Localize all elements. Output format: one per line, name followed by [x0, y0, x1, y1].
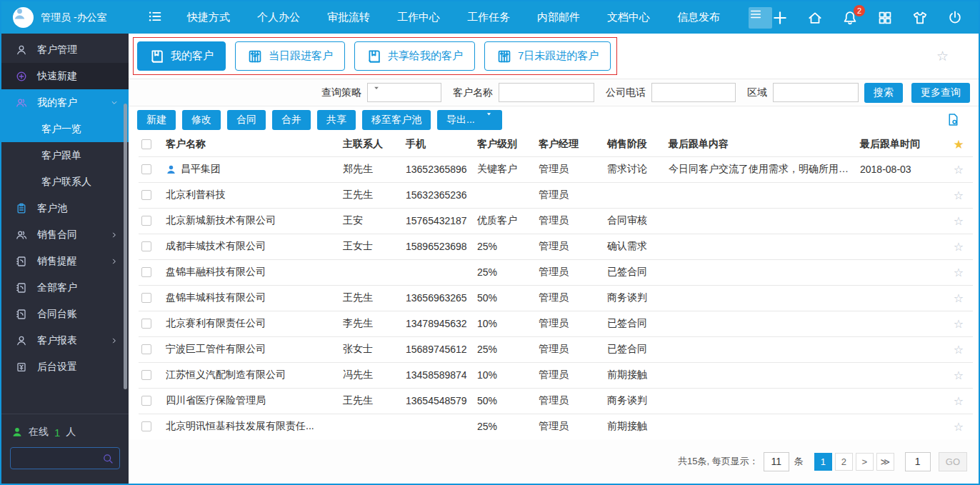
- row-checkbox[interactable]: [141, 421, 151, 431]
- row-star-icon[interactable]: ☆: [954, 369, 964, 381]
- customer-name-input[interactable]: [499, 83, 594, 102]
- notification-bell-icon[interactable]: 2: [842, 10, 858, 26]
- row-checkbox[interactable]: [141, 293, 151, 303]
- nav-item[interactable]: 个人办公: [257, 11, 300, 24]
- row-star-icon[interactable]: ☆: [954, 292, 964, 304]
- sidebar-item[interactable]: 销售提醒: [1, 248, 129, 274]
- apps-grid-icon[interactable]: [877, 10, 893, 26]
- table-header-row: 客户名称主联系人手机客户级别客户经理销售阶段最后跟单内容最后跟单时间★: [139, 133, 973, 156]
- row-checkbox[interactable]: [141, 164, 151, 174]
- header-star-icon[interactable]: ★: [953, 138, 964, 151]
- goto-page-input[interactable]: [905, 452, 931, 471]
- sidebar-item[interactable]: 全部客户: [1, 274, 129, 301]
- customer-name[interactable]: 北京利普科技: [166, 189, 226, 201]
- page-size-input[interactable]: [764, 452, 789, 471]
- row-checkbox[interactable]: [141, 241, 151, 251]
- logout-power-icon[interactable]: [947, 10, 963, 26]
- search-icon[interactable]: [102, 453, 114, 464]
- action-button[interactable]: 新建: [137, 110, 176, 130]
- add-icon[interactable]: [772, 10, 788, 26]
- row-checkbox[interactable]: [141, 190, 151, 200]
- sidebar-item[interactable]: 客户管理: [1, 36, 129, 63]
- region-input[interactable]: [773, 83, 859, 102]
- select-all-checkbox[interactable]: [141, 139, 151, 149]
- customer-name[interactable]: 宁波巨工管件有限公司: [166, 343, 266, 356]
- customer-name[interactable]: 盘锦丰融科技有限公司: [166, 266, 266, 279]
- company-phone-input[interactable]: [651, 83, 736, 102]
- customer-name[interactable]: 成都丰城技术有限公司: [166, 240, 266, 253]
- strategy-select[interactable]: [367, 83, 441, 102]
- nav-item[interactable]: 审批流转: [327, 11, 370, 24]
- action-button[interactable]: 合并: [272, 110, 311, 130]
- export-button[interactable]: 导出...: [437, 110, 502, 130]
- sidebar-item[interactable]: 后台设置: [1, 354, 129, 380]
- sidebar-item[interactable]: 客户池: [1, 195, 129, 221]
- home-icon[interactable]: [807, 10, 823, 26]
- row-checkbox[interactable]: [141, 216, 151, 226]
- row-checkbox[interactable]: [141, 319, 151, 329]
- nav-item[interactable]: 文档中心: [607, 11, 650, 24]
- page-button[interactable]: 1: [814, 453, 832, 471]
- sidebar-item[interactable]: 客户联系人: [1, 169, 129, 195]
- page-button[interactable]: ≫: [876, 453, 894, 471]
- nav-item[interactable]: 快捷方式: [187, 11, 230, 24]
- sidebar-item[interactable]: 快速新建: [1, 63, 129, 89]
- row-star-icon[interactable]: ☆: [954, 241, 964, 253]
- go-button[interactable]: GO: [939, 452, 967, 471]
- customer-name[interactable]: 北京新城新技术有限公司: [166, 214, 276, 227]
- avatar: [13, 7, 34, 28]
- row-checkbox[interactable]: [141, 267, 151, 277]
- abacus-icon: [496, 49, 512, 64]
- row-checkbox[interactable]: [141, 396, 151, 406]
- row-star-icon[interactable]: ☆: [954, 421, 964, 433]
- customer-name[interactable]: 江苏恒义汽配制造有限公司: [166, 369, 286, 381]
- table-row: 北京新城新技术有限公司王安15765432187优质客户管理员合同审核☆: [139, 208, 973, 234]
- tab-button[interactable]: 当日跟进客户: [235, 41, 345, 71]
- action-button[interactable]: 合同: [227, 110, 266, 130]
- sidebar-search-input[interactable]: [16, 453, 102, 464]
- row-star-icon[interactable]: ☆: [954, 318, 964, 330]
- more-search-button[interactable]: 更多查询: [911, 83, 970, 103]
- sidebar-item[interactable]: 合同台账: [1, 301, 129, 327]
- nav-item[interactable]: 内部邮件: [537, 11, 580, 24]
- sidebar-item[interactable]: 客户一览: [1, 116, 129, 142]
- sidebar-item[interactable]: 我的客户: [1, 89, 129, 116]
- row-star-icon[interactable]: ☆: [954, 344, 964, 356]
- customer-name[interactable]: 北京明讯恒基科技发展有限责任...: [166, 420, 314, 433]
- sidebar-item[interactable]: 销售合同: [1, 221, 129, 248]
- customer-name[interactable]: 盘锦丰城科技有限公司: [166, 291, 266, 304]
- sidebar-scrollbar[interactable]: [124, 104, 127, 389]
- collapse-menu-icon[interactable]: [147, 9, 163, 27]
- more-menu-button[interactable]: [749, 7, 772, 29]
- theme-shirt-icon[interactable]: [912, 10, 928, 26]
- action-button[interactable]: 移至客户池: [362, 110, 431, 130]
- row-star-icon[interactable]: ☆: [954, 189, 964, 201]
- action-button[interactable]: 共享: [317, 110, 356, 130]
- row-star-icon[interactable]: ☆: [954, 395, 964, 407]
- sales-stage: 已签合同: [604, 259, 666, 285]
- tab-button[interactable]: 7日未跟进的客户: [484, 41, 611, 71]
- sidebar-item[interactable]: 客户跟单: [1, 142, 129, 169]
- row-checkbox[interactable]: [141, 370, 151, 380]
- chevron-right-icon: [110, 257, 119, 266]
- action-button[interactable]: 修改: [182, 110, 221, 130]
- row-star-icon[interactable]: ☆: [954, 164, 964, 176]
- nav-item[interactable]: 信息发布: [677, 11, 720, 24]
- row-star-icon[interactable]: ☆: [954, 266, 964, 279]
- search-button[interactable]: 搜索: [864, 83, 903, 103]
- tab-button[interactable]: 我的客户: [137, 41, 226, 71]
- customer-name[interactable]: 北京赛利有限责任公司: [166, 317, 266, 330]
- page-button[interactable]: >: [856, 453, 874, 471]
- customer-name[interactable]: 昌平集团: [181, 163, 221, 176]
- row-star-icon[interactable]: ☆: [954, 215, 964, 227]
- page-button[interactable]: 2: [835, 453, 853, 471]
- favorite-star-icon[interactable]: ☆: [936, 49, 949, 63]
- user-zone[interactable]: 管理员 -办公室: [1, 7, 129, 28]
- nav-item[interactable]: 工作中心: [397, 11, 440, 24]
- customer-name[interactable]: 四川省医疗保险管理局: [166, 394, 266, 407]
- tab-button[interactable]: 共享给我的客户: [354, 41, 475, 71]
- sidebar-item[interactable]: 客户报表: [1, 327, 129, 354]
- nav-item[interactable]: 工作任务: [467, 11, 510, 24]
- row-checkbox[interactable]: [141, 344, 151, 354]
- table-settings-icon[interactable]: [946, 113, 960, 126]
